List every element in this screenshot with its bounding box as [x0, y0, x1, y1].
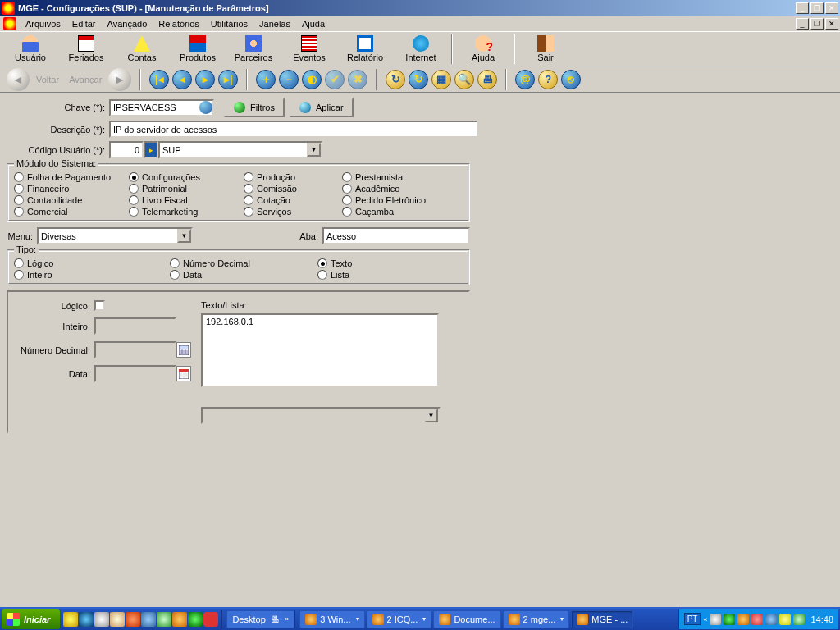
radio-caçamba[interactable]: Caçamba: [342, 207, 449, 217]
tool-parceiros[interactable]: Parceiros: [226, 34, 281, 65]
menu-ajuda[interactable]: Ajuda: [296, 17, 331, 30]
radio-produção[interactable]: Produção: [244, 172, 334, 182]
radio-acadêmico[interactable]: Acadêmico: [342, 184, 449, 194]
tray-icon-3[interactable]: [737, 614, 749, 625]
tray-icon-5[interactable]: [765, 614, 777, 625]
grid-button[interactable]: ▦: [431, 70, 451, 89]
clock[interactable]: 14:48: [810, 614, 833, 624]
menu-relatórios[interactable]: Relatórios: [153, 17, 205, 30]
ql-icon-5[interactable]: [126, 612, 140, 627]
inteiro-input[interactable]: [94, 317, 176, 335]
ql-icon-1[interactable]: [63, 612, 78, 627]
lista-dropdown-button[interactable]: ▼: [424, 409, 438, 422]
lista-select[interactable]: ▼: [201, 407, 441, 424]
tool-contas[interactable]: Contas: [115, 34, 169, 65]
start-button[interactable]: Iniciar: [2, 609, 60, 629]
tool-sair[interactable]: Sair: [518, 34, 573, 65]
logico-checkbox[interactable]: [94, 300, 105, 311]
tool-relatório[interactable]: Relatório: [338, 34, 392, 65]
codusuario-dropdown-button[interactable]: ▼: [307, 143, 321, 157]
prev-record-button[interactable]: ◂: [172, 70, 192, 89]
radio-tipo-texto[interactable]: Texto: [317, 258, 416, 268]
search-button[interactable]: 🔍: [454, 70, 474, 89]
tray-icon-1[interactable]: [710, 614, 721, 625]
tool-feriados[interactable]: Feriados: [59, 34, 113, 65]
radio-tipo-lista[interactable]: Lista: [317, 270, 416, 280]
remove-button[interactable]: －: [279, 70, 299, 89]
ql-icon-6[interactable]: [141, 612, 156, 627]
numdec-calc-button[interactable]: [176, 342, 191, 358]
ql-icon-9[interactable]: [188, 612, 203, 627]
menu-avançado[interactable]: Avançado: [102, 17, 153, 30]
tool-usuário[interactable]: Usuário: [3, 34, 57, 65]
task-docume-[interactable]: Docume...: [433, 610, 500, 628]
menu-editar[interactable]: Editar: [66, 17, 102, 30]
tool-eventos[interactable]: Eventos: [282, 34, 336, 65]
radio-financeiro[interactable]: Financeiro: [14, 184, 121, 194]
ql-icon-3[interactable]: [94, 612, 109, 627]
tray-icon-6[interactable]: [779, 614, 791, 625]
mdi-restore-button[interactable]: ❐: [810, 18, 824, 30]
tray-icon-2[interactable]: [724, 614, 735, 625]
edit-button[interactable]: ◐: [302, 70, 322, 89]
email-button[interactable]: @: [515, 70, 535, 89]
data-input[interactable]: [94, 365, 176, 382]
cancel-button[interactable]: ✖: [348, 70, 368, 89]
radio-tipo-número-decimal[interactable]: Número Decimal: [170, 258, 309, 268]
ql-icon-7[interactable]: [157, 612, 171, 627]
radio-folha-de-pagamento[interactable]: Folha de Pagamento: [14, 172, 121, 182]
next-record-button[interactable]: ▸: [195, 70, 215, 89]
radio-prestamista[interactable]: Prestamista: [342, 172, 449, 182]
tray-icon-4[interactable]: [751, 614, 763, 625]
ql-icon-8[interactable]: [172, 612, 187, 627]
close-button[interactable]: ✕: [825, 2, 838, 14]
print-button[interactable]: 🖶: [477, 70, 497, 89]
codusuario-num-input[interactable]: [109, 141, 144, 158]
radio-cotação[interactable]: Cotação: [244, 195, 334, 205]
aba-input[interactable]: [322, 227, 470, 244]
tool-produtos[interactable]: Produtos: [171, 34, 225, 65]
ql-icon-2[interactable]: [79, 612, 94, 627]
ql-icon-4[interactable]: [110, 612, 125, 627]
tray-icon-7[interactable]: [793, 614, 805, 625]
radio-configurações[interactable]: Configurações: [129, 172, 235, 182]
codusuario-txt-input[interactable]: [158, 141, 322, 158]
radio-comissão[interactable]: Comissão: [244, 184, 334, 194]
radio-serviços[interactable]: Serviços: [244, 207, 334, 217]
radio-telemarketing[interactable]: Telemarketing: [129, 207, 235, 217]
first-record-button[interactable]: |◂: [149, 70, 169, 89]
radio-pedido-eletrônico[interactable]: Pedido Eletrônico: [342, 195, 449, 205]
radio-livro-fiscal[interactable]: Livro Fiscal: [129, 195, 235, 205]
radio-patrimonial[interactable]: Patrimonial: [129, 184, 235, 194]
data-calendar-button[interactable]: [176, 366, 191, 381]
tool-internet[interactable]: Internet: [394, 34, 448, 65]
radio-tipo-inteiro[interactable]: Inteiro: [14, 270, 162, 280]
menu-utilitários[interactable]: Utilitários: [205, 17, 253, 30]
radio-comercial[interactable]: Comercial: [14, 207, 121, 217]
numdec-input[interactable]: [94, 341, 176, 358]
mdi-close-button[interactable]: ✕: [825, 18, 838, 30]
menu-janelas[interactable]: Janelas: [253, 17, 296, 30]
task-3-win-[interactable]: 3 Win...▾: [299, 610, 364, 628]
language-indicator[interactable]: PT: [684, 613, 701, 625]
last-record-button[interactable]: ▸|: [218, 70, 238, 89]
chave-lookup-icon[interactable]: [199, 101, 212, 114]
menu-select[interactable]: [37, 227, 193, 244]
filtros-button[interactable]: Filtros: [224, 98, 285, 117]
refresh-button[interactable]: ↻: [386, 70, 405, 89]
descricao-input[interactable]: [109, 121, 478, 138]
forward-button[interactable]: ►: [108, 68, 131, 91]
confirm-button[interactable]: ✔: [325, 70, 345, 89]
tool-ajuda[interactable]: Ajuda: [456, 34, 510, 65]
exit-button[interactable]: ⎋: [561, 70, 581, 89]
chave-input[interactable]: [109, 99, 214, 116]
add-button[interactable]: ＋: [256, 70, 276, 89]
menu-arquivos[interactable]: Arquivos: [20, 17, 66, 30]
task-2-icq-[interactable]: 2 ICQ...▾: [367, 610, 432, 628]
textolista-input[interactable]: 192.168.0.1: [201, 313, 439, 387]
task-2-mge-[interactable]: 2 mge...▾: [503, 610, 570, 628]
task-mge-[interactable]: MGE - ...: [571, 610, 633, 628]
ql-icon-10[interactable]: [203, 612, 218, 627]
codusuario-spin-button[interactable]: ▸: [144, 141, 158, 158]
minimize-button[interactable]: _: [796, 2, 809, 14]
